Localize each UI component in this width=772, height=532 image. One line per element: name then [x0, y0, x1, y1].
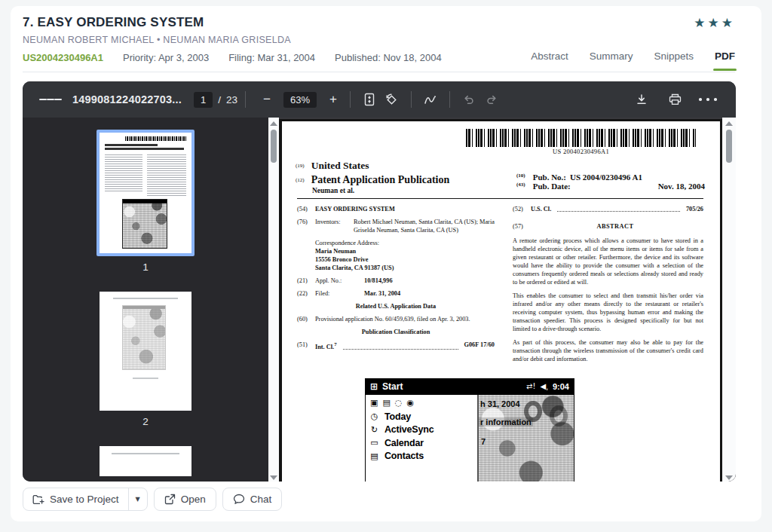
page-title: 7. EASY ORDERING SYSTEM — [23, 15, 204, 30]
patent-left-column: (54) EASY ORDERING SYSTEM (76) Inventors… — [297, 205, 495, 369]
thumbnail-scrollbar[interactable] — [268, 118, 279, 482]
menu-item: Calendar — [384, 438, 424, 448]
inventors-line: NEUMAN ROBERT MICHAEL • NEUMAN MARIA GRI… — [23, 35, 735, 45]
result-card: 7. EASY ORDERING SYSTEM ★★★ NEUMAN ROBER… — [11, 6, 761, 521]
thumbnail-sidebar: 1 2 — [23, 118, 279, 482]
corr-line: Maria Neuman — [315, 247, 495, 255]
filed-label: Filed: — [315, 289, 350, 298]
intcl-value: G06F 17/60 — [464, 341, 495, 351]
classification-heading: Publication Classification — [297, 328, 495, 336]
start-menu-label: Start — [382, 381, 403, 392]
barcode-text: US 20040230496A1 — [466, 148, 696, 155]
inventors-label: Inventors: — [315, 218, 350, 234]
redo-icon[interactable] — [480, 88, 503, 111]
print-icon[interactable] — [663, 88, 686, 111]
scroll-down-icon[interactable] — [725, 475, 733, 480]
field-number: (43) — [516, 182, 525, 191]
tab-summary[interactable]: Summary — [590, 50, 633, 63]
save-to-project-label: Save to Project — [50, 494, 119, 505]
save-to-project-button[interactable]: Save to Project — [23, 488, 128, 510]
menu-item: Today — [384, 411, 411, 422]
uscl-label: U.S. Cl. — [531, 205, 551, 213]
thumbnail-label: 1 — [142, 261, 149, 273]
download-icon[interactable] — [630, 88, 653, 111]
figure-text-fragment: h 31, 2004 — [480, 399, 520, 408]
author-line: Neuman et al. — [312, 187, 449, 194]
chevron-down-icon: ▼ — [136, 496, 140, 503]
pubdate-label: Pub. Date: — [533, 182, 571, 191]
speaker-icon: ◀͵ — [540, 382, 547, 390]
contacts-icon: ▤ — [369, 451, 380, 461]
pdf-toolbar: 1499081224022703... 1 / 23 − 63% + — [23, 81, 736, 118]
calendar-icon: ▭ — [369, 438, 380, 448]
field-number: (21) — [297, 277, 311, 285]
open-label: Open — [181, 494, 206, 505]
uscl-value: 705/26 — [686, 205, 703, 213]
open-button[interactable]: Open — [154, 488, 216, 511]
scroll-down-icon[interactable] — [270, 475, 277, 480]
appl-no-value: 10/814,996 — [364, 277, 393, 285]
patent-right-column: (52) U.S. Cl. 705/26 (57) ABSTRACT A rem… — [513, 205, 703, 369]
scroll-up-icon[interactable] — [270, 121, 277, 126]
tab-pdf[interactable]: PDF — [715, 50, 735, 63]
field-number: (60) — [297, 315, 311, 323]
figure-text-fragment: 7 — [481, 437, 486, 446]
rotate-icon[interactable] — [381, 88, 403, 111]
pdf-page-area: US 20040230496A1 (19) United States (12)… — [279, 118, 736, 482]
field-number: (22) — [297, 289, 311, 298]
abstract-paragraph: A remote ordering process which allows a… — [513, 237, 703, 286]
country-name: United States — [311, 160, 369, 171]
fit-to-page-icon[interactable] — [358, 88, 381, 111]
related-data-heading: Related U.S. Application Data — [297, 302, 495, 310]
tab-abstract[interactable]: Abstract — [531, 50, 568, 63]
patent-page-1: US 20040230496A1 (19) United States (12)… — [279, 119, 722, 482]
field-number: (57) — [513, 222, 527, 231]
pdf-scrollbar[interactable] — [722, 118, 736, 482]
field-number: (54) — [297, 205, 311, 213]
scroll-up-icon[interactable] — [725, 121, 733, 126]
page-number-input[interactable]: 1 — [194, 92, 213, 108]
quick-launch-icons: ▣▤◌◉ — [370, 398, 474, 408]
filed-value: Mar. 31, 2004 — [364, 289, 400, 298]
menu-item: ActiveSync — [384, 424, 433, 435]
zoom-out-button[interactable]: − — [258, 92, 276, 107]
pubdate-value: Nov. 18, 2004 — [658, 182, 705, 191]
zoom-in-button[interactable]: + — [324, 92, 342, 107]
patent-id-link[interactable]: US2004230496A1 — [23, 52, 103, 63]
invention-title: EASY ORDERING SYSTEM — [315, 205, 395, 213]
windows-logo-icon: ⊞ — [370, 381, 378, 392]
field-number: (10) — [516, 173, 525, 182]
publication-kind: Patent Application Publication — [311, 174, 450, 185]
menu-icon[interactable] — [39, 88, 62, 111]
field-number: (52) — [513, 205, 527, 213]
clock-icon: ◷ — [369, 411, 380, 421]
intcl-label: Int. Cl.7 — [315, 341, 337, 351]
thumbnail-page-2[interactable] — [100, 292, 191, 411]
thumbnail-page-3[interactable] — [100, 446, 191, 476]
page-separator: / — [218, 94, 221, 105]
result-header: 7. EASY ORDERING SYSTEM ★★★ NEUMAN ROBER… — [11, 6, 761, 72]
thumbnail-page-1[interactable] — [96, 130, 195, 256]
more-options-icon[interactable] — [697, 88, 719, 111]
field-number: (51) — [297, 341, 311, 351]
zoom-level-input[interactable]: 63% — [283, 92, 317, 108]
scrollbar-thumb[interactable] — [726, 130, 732, 163]
rating-stars[interactable]: ★★★ — [694, 15, 735, 30]
chat-button[interactable]: Chat — [222, 488, 283, 511]
annotate-icon[interactable] — [419, 88, 442, 111]
save-to-project-split-button: Save to Project ▼ — [23, 488, 148, 511]
pdf-filename: 1499081224022703... — [72, 93, 182, 105]
tab-snippets[interactable]: Snippets — [654, 50, 694, 63]
pubno-value: US 2004/0230496 A1 — [570, 173, 642, 182]
thumbnail-label: 2 — [142, 416, 149, 427]
chat-label: Chat — [250, 494, 272, 505]
scrollbar-thumb[interactable] — [271, 130, 277, 163]
save-options-dropdown[interactable]: ▼ — [128, 488, 147, 510]
filing-date: Filing: Mar 31, 2004 — [228, 52, 315, 63]
abstract-paragraph: This enables the consumer to select and … — [513, 292, 703, 333]
menu-item: Contacts — [384, 451, 424, 461]
appl-no-label: Appl. No.: — [315, 277, 350, 285]
undo-icon[interactable] — [458, 88, 480, 111]
pdf-viewer: 1499081224022703... 1 / 23 − 63% + — [23, 81, 736, 482]
field-number: (12) — [296, 177, 305, 183]
